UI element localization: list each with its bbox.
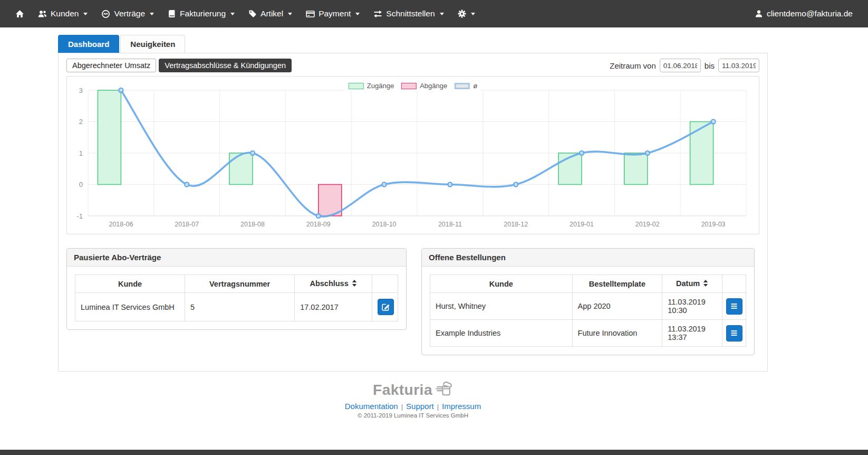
- user-email: clientdemo@fakturia.de: [767, 9, 853, 18]
- svg-text:2018-10: 2018-10: [372, 221, 397, 228]
- main-tabs: DashboardNeuigkeiten: [58, 35, 768, 53]
- cell-kunde: Hurst, Whitney: [430, 293, 573, 320]
- column-label: Abschluss: [310, 279, 348, 288]
- page: KundenVerträgeFakturierungArtikelPayment…: [0, 0, 868, 455]
- sort-icon[interactable]: [352, 280, 357, 288]
- nav-item-label: Schnittstellen: [386, 9, 435, 18]
- caret-down-icon: [230, 13, 235, 15]
- column-label: Bestelltemplate: [589, 280, 645, 288]
- nav-item-kunden[interactable]: Kunden: [31, 0, 94, 27]
- svg-text:2018-11: 2018-11: [438, 221, 462, 228]
- dashboard-panel: Abgerechneter UmsatzVertragsabschlüsse &…: [58, 53, 768, 372]
- table-row: Hurst, WhitneyApp 202011.03.2019 10:30: [430, 293, 746, 320]
- sort-icon[interactable]: [703, 280, 708, 288]
- nav-item-label: Verträge: [114, 9, 145, 18]
- legend-item-0: Zugänge: [349, 82, 394, 90]
- nav-item-fakturierung[interactable]: Fakturierung: [161, 0, 242, 27]
- column-header-actions: [722, 275, 746, 293]
- footer-link-dokumentation[interactable]: Dokumentation: [345, 402, 398, 411]
- legend-swatch: [401, 83, 417, 89]
- nav-item-label: Kunden: [51, 9, 79, 18]
- home-icon: [15, 10, 24, 18]
- nav-item-label: Payment: [319, 9, 351, 18]
- book-icon: [168, 10, 176, 18]
- footer-link-support[interactable]: Support: [406, 402, 434, 411]
- nav-item-artikel[interactable]: Artikel: [242, 0, 299, 27]
- period-from-input[interactable]: [660, 59, 701, 72]
- nav-item-schnittstellen[interactable]: Schnittstellen: [367, 0, 450, 27]
- footer-links: Dokumentation|Support|Impressum: [58, 402, 768, 411]
- svg-text:1: 1: [79, 149, 83, 157]
- svg-text:2018-08: 2018-08: [240, 221, 265, 228]
- footer: Fakturia Dokumentation|Support|Impressum…: [58, 379, 768, 419]
- navbar-menu: KundenVerträgeFakturierungArtikelPayment…: [8, 0, 482, 27]
- svg-text:2018-06: 2018-06: [109, 221, 133, 228]
- caret-down-icon: [440, 13, 444, 15]
- legend-label: ø: [473, 82, 477, 90]
- credit-card-icon: [306, 10, 315, 18]
- cell-actions: [722, 320, 746, 347]
- cell-datum: 11.03.2019 10:30: [662, 293, 722, 320]
- logo-text: Fakturia: [373, 382, 432, 399]
- cell-kunde: Example Industries: [430, 320, 573, 347]
- cell-kunde: Luminea IT Services GmbH: [75, 293, 185, 321]
- tag-icon: [248, 10, 257, 18]
- actions-menu-button[interactable]: [726, 325, 742, 342]
- nav-item-vertraege[interactable]: Verträge: [94, 0, 161, 27]
- column-header-vertragsnummer: Vertragsnummer: [185, 275, 295, 293]
- period-to-label: bis: [705, 61, 715, 70]
- tab-neuigkeiten[interactable]: Neuigkeiten: [120, 35, 185, 53]
- tables-row: Pausierte Abo-Verträge KundeVertragsnumm…: [66, 248, 759, 355]
- link-separator: |: [401, 403, 403, 411]
- caret-down-icon: [355, 13, 360, 15]
- user-menu[interactable]: clientdemo@fakturia.de: [748, 9, 860, 18]
- open-orders-title: Offene Bestellungen: [422, 249, 754, 267]
- caret-down-icon: [471, 13, 475, 15]
- fakturia-logo: Fakturia: [373, 379, 453, 401]
- nav-item-home[interactable]: [8, 0, 31, 27]
- actions-menu-button[interactable]: [726, 298, 742, 315]
- link-separator: |: [437, 403, 439, 411]
- column-label: Datum: [676, 279, 700, 288]
- edit-button[interactable]: [378, 299, 394, 315]
- svg-text:2018-09: 2018-09: [306, 221, 331, 228]
- period-from-label: Zeitraum von: [610, 61, 656, 70]
- paused-subscriptions-table: KundeVertragsnummerAbschluss Luminea IT …: [75, 274, 398, 321]
- column-header-actions: [372, 275, 398, 293]
- cloud-invoice-logo-icon: [433, 379, 453, 401]
- caret-down-icon: [83, 13, 88, 15]
- legend-swatch: [455, 83, 470, 89]
- cell-bestelltemplate: App 2020: [572, 293, 662, 320]
- nav-item-payment[interactable]: Payment: [299, 0, 367, 27]
- subtab-vertragsabschluesse[interactable]: Vertragsabschlüsse & Kündigungen: [159, 59, 292, 72]
- cell-abschluss: 17.02.2017: [295, 293, 372, 321]
- paused-subscriptions-title: Pausierte Abo-Verträge: [67, 249, 406, 267]
- cell-actions: [722, 293, 746, 320]
- column-header-datum[interactable]: Datum: [662, 275, 722, 293]
- column-header-abschluss[interactable]: Abschluss: [295, 275, 372, 293]
- column-label: Kunde: [489, 280, 513, 288]
- legend-item-2: ø: [455, 82, 477, 90]
- cell-bestelltemplate: Future Innovation: [572, 320, 662, 347]
- svg-text:2018-12: 2018-12: [504, 221, 528, 228]
- navbar: KundenVerträgeFakturierungArtikelPayment…: [0, 0, 868, 27]
- caret-down-icon: [150, 13, 154, 15]
- legend-item-1: Abgänge: [401, 82, 447, 90]
- column-header-kunde: Kunde: [75, 275, 185, 293]
- gear-icon: [458, 10, 466, 18]
- period-selector: Zeitraum von bis: [610, 59, 759, 72]
- period-to-input[interactable]: [718, 59, 759, 72]
- footer-link-impressum[interactable]: Impressum: [442, 402, 481, 411]
- column-label: Kunde: [118, 280, 142, 288]
- svg-text:2019-01: 2019-01: [570, 221, 594, 228]
- nav-item-settings[interactable]: [451, 0, 482, 27]
- tab-dashboard[interactable]: Dashboard: [58, 35, 119, 53]
- table-row: Luminea IT Services GmbH517.02.2017: [75, 293, 398, 321]
- cell-vertragsnummer: 5: [185, 293, 295, 321]
- user-icon: [755, 10, 763, 18]
- subtab-umsatz[interactable]: Abgerechneter Umsatz: [66, 59, 156, 72]
- legend-label: Abgänge: [420, 82, 447, 90]
- table-header-row: KundeVertragsnummerAbschluss: [75, 275, 398, 293]
- nav-item-label: Artikel: [261, 9, 283, 18]
- svg-text:2018-07: 2018-07: [175, 221, 199, 228]
